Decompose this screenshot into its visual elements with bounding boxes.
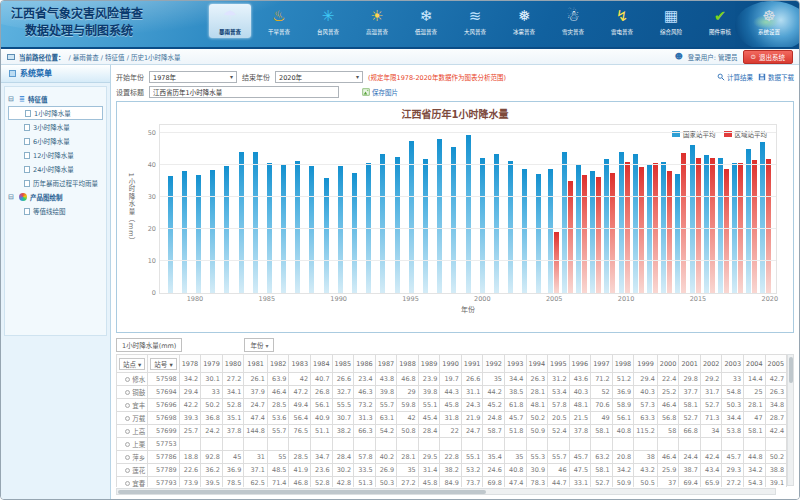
horizontal-scrollbar[interactable]: [116, 488, 776, 495]
row-expand-icon[interactable]: [125, 416, 130, 421]
column-header-year-1983[interactable]: 1983: [289, 355, 311, 373]
compute-button[interactable]: 计算结果: [717, 72, 753, 82]
column-header-year-2003[interactable]: 2003: [722, 355, 744, 373]
bar-regional-2014[interactable]: [681, 153, 686, 293]
toolbar-rainstorm-button[interactable]: ☂暴雨普查: [209, 4, 251, 38]
column-header-year-1984[interactable]: 1984: [311, 355, 333, 373]
column-header-year-1997[interactable]: 1997: [591, 355, 613, 373]
table-row-万载[interactable]: 万载5769839.336.835.147.453.656.440.930.73…: [117, 412, 795, 425]
bar-regional-2020[interactable]: [766, 159, 771, 293]
row-expand-icon[interactable]: [125, 377, 130, 382]
scrollbar-thumb[interactable]: [118, 490, 486, 494]
bar-national-1999[interactable]: [466, 135, 471, 293]
row-expand-icon[interactable]: [125, 455, 130, 460]
row-expand-icon[interactable]: [125, 468, 130, 473]
sidebar-item-24小时降水量[interactable]: 24小时降水量: [8, 162, 103, 176]
bar-regional-2011[interactable]: [639, 167, 644, 293]
chart-title-input[interactable]: [149, 86, 339, 98]
bar-national-2011[interactable]: [633, 154, 638, 293]
table-row-上高[interactable]: 上高5769925.724.237.8144.855.776.551.138.2…: [117, 425, 795, 438]
column-header-year-1992[interactable]: 1992: [483, 355, 505, 373]
column-header-year-2005[interactable]: 2005: [765, 355, 787, 373]
bar-national-1979[interactable]: [182, 171, 187, 293]
bar-regional-2019[interactable]: [752, 160, 757, 293]
column-header-year-2004[interactable]: 2004: [744, 355, 766, 373]
sidebar-item-12小时降水量[interactable]: 12小时降水量: [8, 148, 103, 162]
column-header-year-1996[interactable]: 1996: [569, 355, 591, 373]
row-expand-icon[interactable]: [125, 403, 130, 408]
bar-national-2007[interactable]: [576, 165, 581, 293]
bar-regional-2006[interactable]: [568, 181, 573, 293]
sidebar-item-1小时降水量[interactable]: 1小时降水量: [8, 106, 103, 120]
start-year-select[interactable]: 1978年 ▾: [149, 71, 237, 83]
column-header-year-1981[interactable]: 1981: [244, 355, 268, 373]
tree-group-0[interactable]: ⊟≣特征值: [8, 92, 103, 106]
row-expand-icon[interactable]: [125, 442, 130, 447]
bar-national-1998[interactable]: [451, 147, 456, 293]
table-row-铜鼓[interactable]: 铜鼓5769429.43334.137.946.447.226.832.746.…: [117, 386, 795, 399]
bar-national-2004[interactable]: [536, 174, 541, 293]
expander-icon[interactable]: ⊟: [8, 95, 16, 103]
column-header-year-1991[interactable]: 1991: [461, 355, 483, 373]
bar-national-1980[interactable]: [196, 175, 201, 293]
legend-item[interactable]: 国家站平均: [672, 129, 716, 139]
column-header-station[interactable]: 站点 ▾: [117, 355, 148, 373]
toolbar-map-review-button[interactable]: ✔图件审核: [699, 4, 741, 38]
column-header-year-1994[interactable]: 1994: [526, 355, 548, 373]
year-filter-box[interactable]: 年份 ▾: [244, 338, 274, 352]
table-row-上栗[interactable]: 上栗57753: [117, 438, 795, 451]
column-header-year-1979[interactable]: 1979: [201, 355, 223, 373]
bar-national-2003[interactable]: [522, 169, 527, 293]
row-expand-icon[interactable]: [125, 390, 130, 395]
toolbar-drought-button[interactable]: ♨干旱普查: [258, 4, 300, 38]
toolbar-typhoon-button[interactable]: ✳台风普查: [307, 4, 349, 38]
bar-national-2009[interactable]: [604, 159, 609, 293]
toolbar-lightning-button[interactable]: ↯雷电普查: [601, 4, 643, 38]
column-header-year-2000[interactable]: 2000: [657, 355, 679, 373]
column-header-code[interactable]: 站号 ▾: [148, 355, 179, 373]
column-header-year-1986[interactable]: 1986: [354, 355, 376, 373]
table-row-宜丰[interactable]: 宜丰5769642.250.252.824.728.549.456.155.57…: [117, 399, 795, 412]
column-header-year-2002[interactable]: 2002: [700, 355, 722, 373]
bar-national-2016[interactable]: [704, 155, 709, 293]
toolbar-low-temp-button[interactable]: ❄低温普查: [405, 4, 447, 38]
bar-regional-2007[interactable]: [582, 175, 587, 293]
bar-regional-2005[interactable]: [554, 232, 559, 293]
bar-national-1990[interactable]: [338, 166, 343, 293]
bar-regional-2008[interactable]: [596, 177, 601, 293]
download-button[interactable]: 数据下载: [758, 72, 794, 82]
column-header-year-2001[interactable]: 2001: [679, 355, 701, 373]
bar-national-1982[interactable]: [224, 166, 229, 293]
logout-button[interactable]: ⊙ 退出系统: [743, 50, 793, 64]
bar-national-1987[interactable]: [295, 161, 300, 293]
bar-national-1988[interactable]: [309, 166, 314, 293]
sidebar-item-等值线绘图[interactable]: 等值线绘图: [8, 204, 103, 218]
table-row-萍乡[interactable]: 萍乡5778618.892.845315528.534.728.457.840.…: [117, 451, 795, 464]
bar-national-1986[interactable]: [281, 165, 286, 293]
bar-national-1984[interactable]: [253, 152, 258, 293]
table-row-修水[interactable]: 修水5759834.230.127.226.163.94240.726.623.…: [117, 373, 795, 386]
bar-national-1997[interactable]: [437, 139, 442, 293]
save-image-button[interactable]: 保存图片: [362, 87, 398, 97]
column-header-year-1989[interactable]: 1989: [418, 355, 440, 373]
tree-group-1[interactable]: ⊟产品图绘制: [8, 190, 103, 204]
column-header-year-1998[interactable]: 1998: [612, 355, 634, 373]
legend-item[interactable]: 区域站平均: [724, 129, 768, 139]
table-scroll-area[interactable]: 站点 ▾站号 ▾19781979198019811982198319841985…: [116, 354, 794, 487]
scrollbar-thumb[interactable]: [789, 357, 793, 383]
bar-national-2001[interactable]: [494, 154, 499, 293]
column-header-year-1978[interactable]: 1978: [179, 355, 201, 373]
column-header-year-1990[interactable]: 1990: [440, 355, 462, 373]
bar-national-2010[interactable]: [619, 152, 624, 293]
bar-national-2000[interactable]: [480, 158, 485, 293]
table-row-莲花[interactable]: 莲花5778922.636.236.937.148.541.923.630.23…: [117, 464, 795, 477]
bar-regional-2009[interactable]: [610, 173, 615, 293]
toolbar-snow-disaster-button[interactable]: ☃雪灾普查: [552, 4, 594, 38]
sidebar-item-6小时降水量[interactable]: 6小时降水量: [8, 134, 103, 148]
expander-icon[interactable]: ⊟: [8, 193, 16, 201]
bar-national-1993[interactable]: [380, 154, 385, 293]
end-year-select[interactable]: 2020年 ▾: [275, 71, 363, 83]
bar-national-1983[interactable]: [239, 152, 244, 293]
sidebar-item-3小时降水量[interactable]: 3小时降水量: [8, 120, 103, 134]
bar-regional-2015[interactable]: [696, 158, 701, 293]
